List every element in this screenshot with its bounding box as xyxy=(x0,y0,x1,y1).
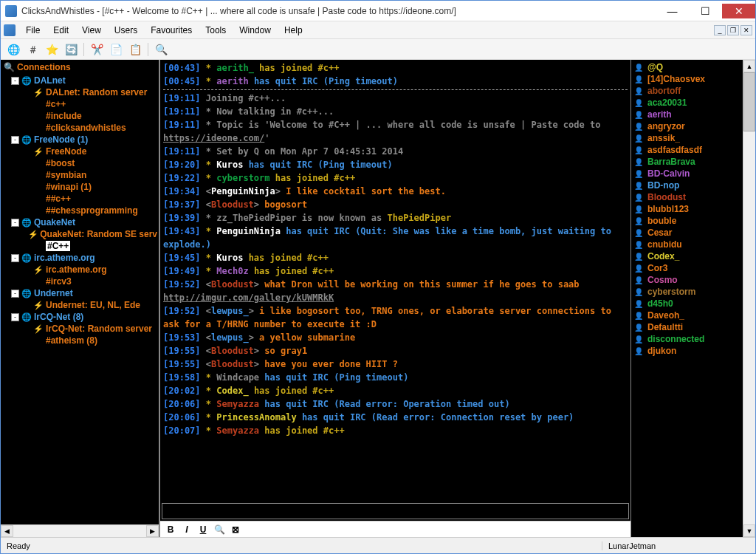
user-item[interactable]: 👤d45h0 xyxy=(634,298,740,310)
tree-item[interactable]: ##include xyxy=(2,110,157,122)
menu-edit[interactable]: Edit xyxy=(47,24,75,37)
mdi-restore-button[interactable]: ❐ xyxy=(727,25,739,35)
user-item[interactable]: 👤blubbl123 xyxy=(634,203,740,215)
tree-expander[interactable]: - xyxy=(11,219,19,227)
user-item[interactable]: 👤Cosmo xyxy=(634,274,740,286)
user-item[interactable]: 👤asdfasdfasdf xyxy=(634,144,740,156)
refresh-icon[interactable]: 🔄 xyxy=(63,41,79,58)
menu-view[interactable]: View xyxy=(76,24,107,37)
user-item[interactable]: 👤BD-nop xyxy=(634,179,740,191)
user-item[interactable]: 👤disconnected xyxy=(634,333,740,345)
tree-item[interactable]: -🌐IrCQ-Net (8) xyxy=(2,311,157,323)
underline-button[interactable]: U xyxy=(197,524,209,535)
user-item[interactable]: 👤angryzor xyxy=(634,120,740,132)
scroll-up-icon[interactable]: ▲ xyxy=(743,60,755,72)
color-button[interactable]: 🔍 xyxy=(213,524,225,535)
chat-line: [19:45] * Kuros has joined #c++ xyxy=(163,251,628,264)
menu-help[interactable]: Help xyxy=(278,24,309,37)
tree-item[interactable]: ⚡irc.atheme.org xyxy=(2,264,157,276)
tree-item[interactable]: ##c++ xyxy=(2,98,157,110)
scroll-right-icon[interactable]: ▶ xyxy=(146,525,159,537)
user-item[interactable]: 👤cnubidu xyxy=(634,239,740,250)
search-icon[interactable]: 🔍 xyxy=(153,41,169,58)
user-item[interactable]: 👤[14]Chaosvex xyxy=(634,73,740,85)
user-item[interactable]: 👤bouble xyxy=(634,215,740,227)
bold-button[interactable]: B xyxy=(165,524,176,535)
tree-item[interactable]: -🌐Undernet xyxy=(2,287,157,299)
favorite-icon[interactable]: ⭐ xyxy=(44,41,60,58)
tree-expander[interactable]: - xyxy=(11,290,19,298)
cut-icon[interactable]: ✂️ xyxy=(89,41,105,58)
mdi-minimize-button[interactable]: _ xyxy=(714,25,726,35)
user-nick: abortoff xyxy=(647,86,681,96)
tree-item[interactable]: ⚡Undernet: EU, NL, Ede xyxy=(2,299,157,311)
tree-item[interactable]: ⚡DALnet: Random server xyxy=(2,86,157,98)
user-nick: cyberstorm xyxy=(647,287,695,297)
maximize-button[interactable]: ☐ xyxy=(689,4,722,18)
user-item[interactable]: 👤Cesar xyxy=(634,227,740,239)
tree-expander[interactable]: - xyxy=(11,254,19,262)
clear-button[interactable]: ⊠ xyxy=(230,524,241,535)
hash-icon[interactable]: #️ xyxy=(24,41,41,58)
menu-tools[interactable]: Tools xyxy=(199,24,232,37)
user-item[interactable]: 👤Bloodust xyxy=(634,191,740,203)
menu-window[interactable]: Window xyxy=(233,24,277,37)
user-item[interactable]: 👤aerith xyxy=(634,109,740,120)
scroll-down-icon[interactable]: ▼ xyxy=(743,524,755,537)
tree-item[interactable]: -🌐QuakeNet xyxy=(2,216,157,228)
titlebar: ClicksAndWhistles - [#c++ - Welcome to #… xyxy=(1,1,755,21)
chat-line: [19:55] <Bloodust> so gray1 xyxy=(163,344,628,358)
user-item[interactable]: 👤Daveoh_ xyxy=(634,310,740,321)
tree-item[interactable]: ##winapi (1) xyxy=(2,181,157,193)
channel-icon: # xyxy=(32,277,44,286)
user-item[interactable]: 👤anssik_ xyxy=(634,132,740,144)
message-input[interactable] xyxy=(162,503,629,519)
tree-item[interactable]: ###chessprogramming xyxy=(2,205,157,216)
user-item[interactable]: 👤@Q xyxy=(634,61,740,73)
server-icon: ⚡ xyxy=(32,265,44,275)
chat-log[interactable]: [00:43] * aerith_ has joined #c++[00:45]… xyxy=(160,60,630,502)
menu-users[interactable]: Users xyxy=(109,24,143,37)
tree-item[interactable]: ##ircv3 xyxy=(2,276,157,287)
user-item[interactable]: 👤abortoff xyxy=(634,85,740,97)
paste-icon[interactable]: 📋 xyxy=(127,41,143,58)
copy-icon[interactable]: 📄 xyxy=(108,41,124,58)
tree-item[interactable]: -🌐FreeNode (1) xyxy=(2,134,157,146)
mdi-close-button[interactable]: ✕ xyxy=(740,25,752,35)
globe-icon[interactable]: 🌐 xyxy=(5,41,21,58)
tree-item[interactable]: -🌐irc.atheme.org xyxy=(2,252,157,264)
tree-item[interactable]: ##atheism (8) xyxy=(2,335,157,346)
tree-item[interactable]: ##clicksandwhistles xyxy=(2,122,157,134)
user-item[interactable]: 👤aca20031 xyxy=(634,97,740,109)
user-nick: aerith xyxy=(647,109,672,120)
tree-item[interactable]: ⚡FreeNode xyxy=(2,146,157,157)
user-item[interactable]: 👤Cor3 xyxy=(634,262,740,274)
user-item[interactable]: 👤Codex_ xyxy=(634,250,740,262)
chat-line: [19:20] * Kuros has quit IRC (Ping timeo… xyxy=(163,158,628,171)
close-button[interactable]: ✕ xyxy=(722,4,755,18)
menu-file[interactable]: File xyxy=(20,24,46,37)
tree-expander[interactable]: - xyxy=(11,136,19,144)
minimize-button[interactable]: — xyxy=(656,4,689,18)
user-item[interactable]: 👤Defaultti xyxy=(634,321,740,333)
user-item[interactable]: 👤djukon xyxy=(634,345,740,357)
user-vertical-scrollbar[interactable]: ▲ ▼ xyxy=(743,60,755,537)
tree-expander[interactable]: - xyxy=(11,313,19,321)
user-item[interactable]: 👤cyberstorm xyxy=(634,286,740,298)
status-text: Ready xyxy=(7,541,602,550)
tree-item[interactable]: ⚡QuakeNet: Random SE serv xyxy=(2,228,157,240)
tree-horizontal-scrollbar[interactable]: ◀ ▶ xyxy=(1,524,159,537)
tree-item[interactable]: ##C++ xyxy=(2,240,157,252)
tree-expander[interactable]: - xyxy=(11,77,19,85)
scroll-thumb[interactable] xyxy=(743,72,755,131)
tree-item[interactable]: ⚡IrCQ-Net: Random server xyxy=(2,323,157,335)
scroll-left-icon[interactable]: ◀ xyxy=(1,525,13,537)
tree-item[interactable]: ##boost xyxy=(2,157,157,169)
tree-item[interactable]: -🌐DALnet xyxy=(2,75,157,86)
italic-button[interactable]: I xyxy=(181,524,193,535)
user-item[interactable]: 👤BarraBrava xyxy=(634,156,740,168)
tree-item[interactable]: ##symbian xyxy=(2,169,157,181)
tree-item[interactable]: ###c++ xyxy=(2,193,157,205)
user-item[interactable]: 👤BD-Calvin xyxy=(634,168,740,179)
menu-favourites[interactable]: Favourites xyxy=(145,24,198,37)
